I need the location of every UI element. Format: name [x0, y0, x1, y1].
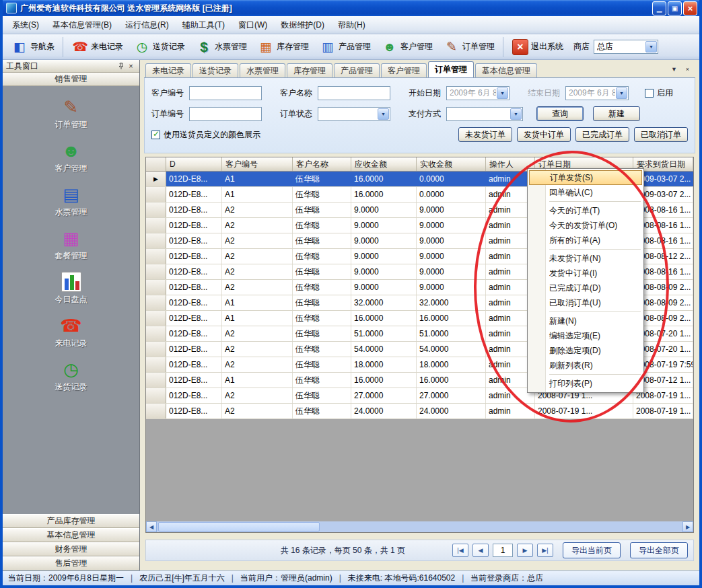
chevron-down-icon[interactable]: ▼	[510, 108, 522, 120]
sidebar-item[interactable]: 送货记录	[55, 359, 87, 393]
close-button[interactable]: ×	[683, 1, 697, 15]
row-selector[interactable]	[146, 373, 166, 388]
last-page-button[interactable]: ▶|	[537, 544, 553, 557]
tab-close-icon[interactable]: ×	[682, 64, 693, 74]
tab[interactable]: 订单管理	[428, 61, 474, 77]
row-selector[interactable]	[146, 233, 166, 248]
column-header-receivable[interactable]: 应收金额	[351, 157, 417, 171]
toolbar-button[interactable]: 产品管理	[315, 37, 376, 57]
chevron-down-icon[interactable]: ▼	[645, 41, 657, 52]
tab[interactable]: 送货记录	[192, 63, 238, 77]
context-menu-item[interactable]: 所有的订单(A)	[529, 233, 642, 248]
context-menu-item[interactable]: 发货中订单(I)	[529, 266, 642, 281]
sidebar-item[interactable]: 订单管理	[55, 97, 87, 131]
toolbar-button[interactable]: 导航条	[7, 37, 63, 57]
scrollbar-thumb[interactable]	[158, 522, 320, 531]
row-selector[interactable]	[146, 187, 166, 202]
sidebar-item[interactable]: 来电记录	[55, 316, 87, 349]
row-selector[interactable]	[146, 311, 166, 326]
sidebar-item[interactable]: 水票管理	[55, 184, 87, 218]
row-selector[interactable]	[146, 218, 166, 233]
toolbar-button[interactable]: 水票管理	[191, 37, 252, 57]
context-menu-item[interactable]: 今天的发货订单(O)	[529, 218, 642, 233]
order-no-input[interactable]	[189, 107, 262, 121]
context-menu-item[interactable]: 今天的订单(T)	[529, 203, 642, 218]
tab[interactable]: 库存管理	[287, 63, 332, 77]
end-date-picker[interactable]: 2009年 6月 8日 ▼	[565, 86, 629, 100]
row-selector[interactable]	[146, 280, 166, 295]
start-date-picker[interactable]: 2009年 6月 8日 ▼	[446, 86, 510, 100]
customer-no-input[interactable]	[189, 86, 262, 100]
context-menu-item[interactable]: 未发货订单(N)	[529, 251, 642, 266]
order-status-filter-button[interactable]: 已完成订单	[575, 127, 629, 142]
toolbar-button[interactable]: 退出系统	[507, 37, 568, 57]
first-page-button[interactable]: |◀	[452, 544, 468, 557]
tab-list-icon[interactable]: ▼	[669, 64, 679, 74]
scroll-left-icon[interactable]: ◀	[146, 521, 157, 532]
menu-item[interactable]: 数据维护(D)	[274, 18, 331, 32]
context-menu-item[interactable]: 已完成订单(D)	[529, 281, 642, 295]
new-order-button[interactable]: 新建	[593, 106, 640, 121]
context-menu-item[interactable]: 刷新列表(R)	[529, 358, 642, 373]
row-selector[interactable]	[146, 172, 166, 186]
sidebar-item[interactable]: 今日盘点	[55, 272, 87, 305]
menu-item[interactable]: 帮助(H)	[331, 18, 372, 32]
page-number-input[interactable]	[493, 544, 513, 557]
row-selector[interactable]	[146, 342, 166, 357]
sidebar-section[interactable]: 产品库存管理	[3, 514, 139, 528]
order-status-filter-button[interactable]: 发货中订单	[517, 127, 571, 142]
row-selector[interactable]	[146, 388, 166, 403]
pin-icon[interactable]	[116, 61, 126, 71]
menu-item[interactable]: 辅助工具(T)	[176, 18, 232, 32]
menu-item[interactable]: 窗口(W)	[232, 18, 274, 32]
chevron-down-icon[interactable]: ▼	[378, 108, 389, 120]
horizontal-scrollbar[interactable]: ◀ ▶	[146, 521, 693, 532]
row-selector[interactable]	[146, 203, 166, 217]
export-current-page-button[interactable]: 导出当前页	[563, 542, 621, 558]
order-status-filter-button[interactable]: 未发货订单	[458, 127, 512, 142]
sidebar-section[interactable]: 基本信息管理	[3, 528, 139, 542]
prev-page-button[interactable]: ◀	[472, 544, 489, 557]
scroll-right-icon[interactable]: ▶	[682, 521, 693, 532]
enable-date-filter-checkbox[interactable]: 启用	[645, 87, 673, 99]
row-selector[interactable]	[146, 357, 166, 372]
row-selector[interactable]	[146, 295, 166, 310]
context-menu-item[interactable]: 回单确认(C)	[529, 185, 642, 200]
row-selector[interactable]	[146, 326, 166, 341]
chevron-down-icon[interactable]: ▼	[497, 87, 508, 99]
row-selector[interactable]	[146, 404, 166, 418]
column-header-received[interactable]: 实收金额	[417, 157, 486, 171]
context-menu-item[interactable]: 新建(N)	[529, 314, 642, 328]
order-status-select[interactable]: ▼	[318, 107, 390, 121]
tab[interactable]: 产品管理	[334, 63, 380, 77]
chevron-down-icon[interactable]: ▼	[616, 87, 627, 99]
toolbar-button[interactable]: 送货记录	[129, 37, 190, 57]
column-header-id[interactable]: D	[166, 157, 222, 171]
context-menu-item[interactable]: 已取消订单(U)	[529, 295, 642, 310]
deliveryman-color-checkbox[interactable]: 使用送货员定义的颜色展示	[151, 129, 260, 141]
tool-window-close-icon[interactable]: ×	[126, 61, 136, 71]
sidebar-section[interactable]: 售后管理	[3, 556, 139, 571]
toolbar-button[interactable]: 库存管理	[253, 37, 314, 57]
context-menu-item[interactable]: 编辑选定项(E)	[529, 328, 642, 343]
column-header-customer-name[interactable]: 客户名称	[293, 157, 351, 171]
toolbar-button[interactable]: 来电记录	[67, 37, 128, 57]
sidebar-item[interactable]: 客户管理	[55, 141, 87, 174]
row-selector[interactable]	[146, 264, 166, 279]
menu-item[interactable]: 系统(S)	[5, 18, 46, 32]
table-row[interactable]: 012D-E8... A2 伍华聪 24.0000 24.0000 admin …	[146, 404, 693, 419]
row-selector[interactable]	[146, 249, 166, 264]
tab[interactable]: 基本信息管理	[475, 63, 537, 77]
toolbar-button[interactable]: 订单管理	[439, 37, 503, 57]
order-status-filter-button[interactable]: 已取消订单	[634, 127, 688, 142]
export-all-pages-button[interactable]: 导出全部页	[630, 542, 688, 558]
sidebar-item[interactable]: 套餐管理	[55, 228, 87, 262]
sidebar-section-sales[interactable]: 销售管理	[3, 73, 139, 86]
query-button[interactable]: 查询	[536, 106, 584, 121]
context-menu-item[interactable]: 删除选定项(D)	[529, 343, 642, 358]
column-header-customer-no[interactable]: 客户编号	[222, 157, 293, 171]
tab[interactable]: 客户管理	[381, 63, 427, 77]
minimize-button[interactable]: ▁	[652, 1, 666, 15]
next-page-button[interactable]: ▶	[517, 544, 533, 557]
toolbar-button[interactable]: 客户管理	[377, 37, 437, 57]
